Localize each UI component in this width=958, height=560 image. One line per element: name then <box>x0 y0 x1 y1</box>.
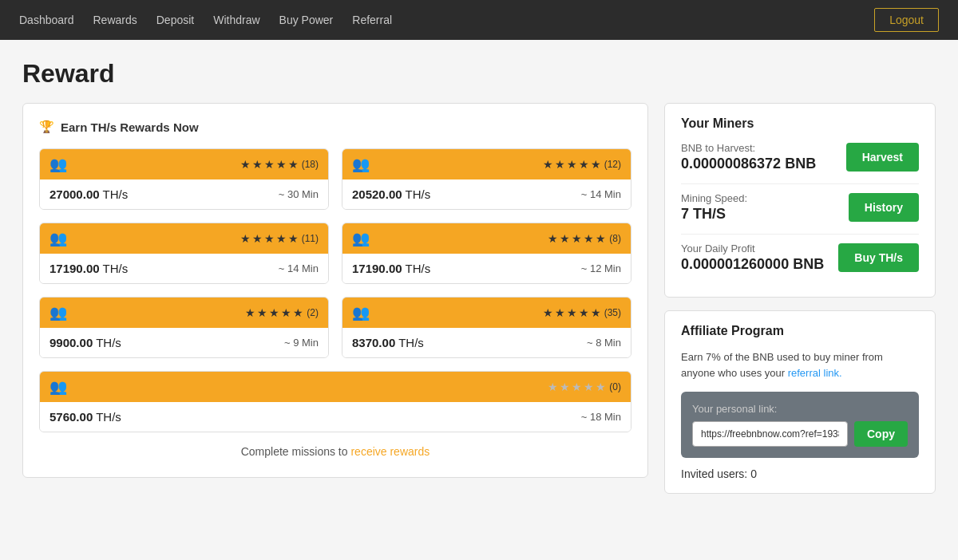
logout-button[interactable]: Logout <box>874 8 939 32</box>
bnb-label: BNB to Harvest: <box>681 142 816 154</box>
miner-card-6[interactable]: 👥 ★ ★ ★ ★ ★ (35) 8370.00 TH/s <box>342 297 631 358</box>
miner-card-1[interactable]: 👥 ★ ★ ★ ★ ★ (18) 27000.00 TH/s <box>39 148 329 210</box>
history-button[interactable]: History <box>849 193 919 222</box>
miner-card-wide-body: 5760.00 TH/s ~ 18 Min <box>40 402 631 432</box>
miner-card-2-header: 👥 ★ ★ ★ ★ ★ (12) <box>342 149 631 179</box>
speed-value: 7 TH/S <box>681 206 747 223</box>
speed-label: Mining Speed: <box>681 192 747 204</box>
miner-stars-2: ★ ★ ★ ★ ★ (12) <box>543 158 621 171</box>
invited-users-text: Invited users: 0 <box>681 467 919 480</box>
miner-group-icon-1: 👥 <box>49 156 67 173</box>
miner-time-wide: ~ 18 Min <box>581 411 621 423</box>
copy-button[interactable]: Copy <box>854 421 908 447</box>
miner-stars-3: ★ ★ ★ ★ ★ (11) <box>240 232 319 245</box>
miner-ths-2: 20520.00 TH/s <box>352 187 430 201</box>
miner-card-3-body: 17190.00 TH/s ~ 14 Min <box>40 254 328 283</box>
referral-link-input[interactable] <box>692 421 848 447</box>
miner-card-3-header: 👥 ★ ★ ★ ★ ★ (11) <box>40 223 328 254</box>
miner-ths-1: 27000.00 TH/s <box>49 187 128 201</box>
miner-card-5[interactable]: 👥 ★ ★ ★ ★ ★ (2) 9900.00 TH/s <box>39 297 329 358</box>
miner-time-1: ~ 30 Min <box>279 188 319 200</box>
miner-group-icon-3: 👥 <box>49 230 67 247</box>
miner-group-icon-wide: 👥 <box>49 378 67 396</box>
affiliate-title: Affiliate Program <box>681 324 919 338</box>
miner-ths-3: 17190.00 TH/s <box>49 262 128 275</box>
miners-panel-title: Your Miners <box>681 116 919 131</box>
right-column: Your Miners BNB to Harvest: 0.0000008637… <box>664 103 936 494</box>
affiliate-description: Earn 7% of the BNB used to buy miner fro… <box>681 349 919 381</box>
miner-card-6-body: 8370.00 TH/s ~ 8 Min <box>342 328 631 357</box>
miner-card-wide-header: 👥 ★ ★ ★ ★ ★ (0) <box>40 372 631 402</box>
navbar: Dashboard Rewards Deposit Withdraw Buy P… <box>0 0 958 40</box>
nav-links: Dashboard Rewards Deposit Withdraw Buy P… <box>19 14 392 26</box>
miner-card-1-body: 27000.00 TH/s ~ 30 Min <box>40 179 328 209</box>
main-card: 🏆 Earn TH/s Rewards Now 👥 ★ ★ ★ <box>22 103 648 478</box>
referral-link-text[interactable]: referral link. <box>788 367 842 379</box>
affiliate-panel: Affiliate Program Earn 7% of the BNB use… <box>664 310 936 494</box>
affiliate-link-area: Your personal link: Copy <box>681 392 919 458</box>
miner-card-2[interactable]: 👥 ★ ★ ★ ★ ★ (12) 20520.00 TH/s <box>342 148 631 210</box>
complete-missions-text: Complete missions to receive rewards <box>39 445 631 458</box>
link-input-row: Copy <box>692 421 908 447</box>
miner-card-6-header: 👥 ★ ★ ★ ★ ★ (35) <box>342 298 631 328</box>
miner-ths-5: 9900.00 TH/s <box>49 336 121 349</box>
nav-withdraw[interactable]: Withdraw <box>213 14 259 26</box>
harvest-button[interactable]: Harvest <box>846 143 919 172</box>
miner-stars-4: ★ ★ ★ ★ ★ (8) <box>548 232 621 245</box>
miner-card-5-header: 👥 ★ ★ ★ ★ ★ (2) <box>40 298 328 328</box>
miner-card-2-body: 20520.00 TH/s ~ 14 Min <box>342 179 631 209</box>
miner-group-icon-4: 👥 <box>352 230 370 247</box>
nav-buy-power[interactable]: Buy Power <box>279 14 334 26</box>
miner-card-wide[interactable]: 👥 ★ ★ ★ ★ ★ (0) 5760.00 TH/s ~ 18 Min <box>39 371 631 432</box>
miner-stars-wide: ★ ★ ★ ★ ★ (0) <box>548 381 621 393</box>
speed-row: Mining Speed: 7 TH/S History <box>681 192 919 223</box>
miner-time-3: ~ 14 Min <box>279 262 319 274</box>
miner-time-5: ~ 9 Min <box>284 337 319 349</box>
buy-ths-button[interactable]: Buy TH/s <box>838 243 919 272</box>
bnb-harvest-row: BNB to Harvest: 0.00000086372 BNB Harves… <box>681 142 919 172</box>
bnb-value: 0.00000086372 BNB <box>681 156 816 172</box>
nav-dashboard[interactable]: Dashboard <box>19 14 74 26</box>
miner-time-2: ~ 14 Min <box>581 188 621 200</box>
miner-card-4[interactable]: 👥 ★ ★ ★ ★ ★ (8) 17190.00 TH/s <box>342 223 631 284</box>
miner-group-icon-2: 👥 <box>352 156 370 173</box>
main-card-title: Earn TH/s Rewards Now <box>61 120 199 134</box>
miners-panel: Your Miners BNB to Harvest: 0.0000008637… <box>664 103 936 298</box>
miner-card-4-body: 17190.00 TH/s ~ 12 Min <box>342 254 631 283</box>
nav-deposit[interactable]: Deposit <box>156 14 194 26</box>
miner-group-icon-6: 👥 <box>352 304 370 321</box>
trophy-icon: 🏆 <box>39 120 54 134</box>
miner-group-icon-5: 👥 <box>49 304 67 321</box>
page-title: Reward <box>22 59 936 89</box>
miner-card-3[interactable]: 👥 ★ ★ ★ ★ ★ (11) 17190.00 TH/s <box>39 223 329 284</box>
main-card-header: 🏆 Earn TH/s Rewards Now <box>39 120 631 134</box>
personal-link-label: Your personal link: <box>692 403 908 415</box>
profit-row: Your Daily Profit 0.000001260000 BNB Buy… <box>681 243 919 273</box>
nav-referral[interactable]: Referral <box>352 14 392 26</box>
miner-time-4: ~ 12 Min <box>581 262 621 274</box>
miner-stars-6: ★ ★ ★ ★ ★ (35) <box>543 306 621 319</box>
miner-ths-4: 17190.00 TH/s <box>352 262 430 275</box>
miner-card-4-header: 👥 ★ ★ ★ ★ ★ (8) <box>342 223 631 254</box>
receive-rewards-link[interactable]: receive rewards <box>350 445 430 458</box>
miners-grid: 👥 ★ ★ ★ ★ ★ (18) 27000.00 TH/s <box>39 148 631 358</box>
miner-card-1-header: 👥 ★ ★ ★ ★ ★ (18) <box>40 149 328 179</box>
miner-stars-5: ★ ★ ★ ★ ★ (2) <box>245 306 319 319</box>
miner-time-6: ~ 8 Min <box>587 337 621 349</box>
miner-ths-6: 8370.00 TH/s <box>352 336 424 349</box>
miner-card-5-body: 9900.00 TH/s ~ 9 Min <box>40 328 328 357</box>
nav-rewards[interactable]: Rewards <box>93 14 137 26</box>
profit-value: 0.000001260000 BNB <box>681 256 824 273</box>
left-column: 🏆 Earn TH/s Rewards Now 👥 ★ ★ ★ <box>22 103 648 478</box>
miner-ths-wide: 5760.00 TH/s <box>49 410 121 424</box>
profit-label: Your Daily Profit <box>681 243 824 254</box>
miner-stars-1: ★ ★ ★ ★ ★ (18) <box>240 158 319 171</box>
